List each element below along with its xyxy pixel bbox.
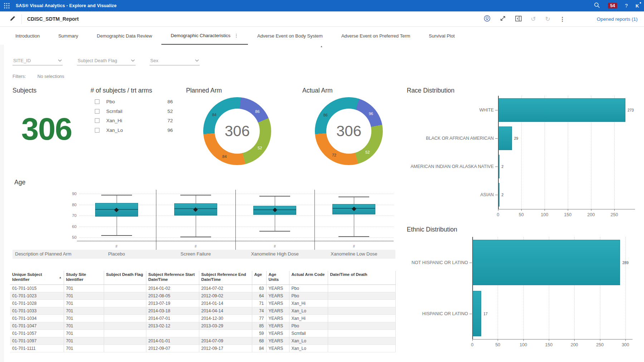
search-icon[interactable] bbox=[594, 2, 600, 10]
table-row[interactable]: 01-701-10347012014-07-012014-12-3077YEAR… bbox=[10, 314, 395, 322]
column-header[interactable]: Actual Arm Code bbox=[289, 271, 328, 284]
notification-badge[interactable]: 54 bbox=[608, 3, 617, 9]
report-playback-icon[interactable] bbox=[484, 15, 491, 23]
tab-introduction[interactable]: Introduction bbox=[6, 27, 49, 45]
bar[interactable] bbox=[498, 183, 499, 207]
donut-segment-label: 86 bbox=[255, 109, 259, 114]
table-cell: 2013-02-12 bbox=[146, 322, 199, 329]
bar[interactable] bbox=[473, 240, 620, 285]
table-cell bbox=[328, 307, 395, 314]
category-tick bbox=[495, 195, 498, 195]
site-id-dropdown[interactable]: SITE_ID bbox=[13, 56, 63, 65]
report-title: CDISC_SDTM_Report bbox=[27, 16, 79, 22]
filters-status: Filters:No selections bbox=[13, 74, 64, 79]
table-cell bbox=[104, 337, 146, 344]
checkbox-xan_lo[interactable] bbox=[95, 128, 99, 133]
bar[interactable] bbox=[498, 155, 499, 178]
trt-arms-panel-title: # of subjects / trt arms bbox=[91, 87, 152, 94]
table-cell: 701 bbox=[64, 307, 104, 314]
table-cell: Pbo bbox=[289, 292, 328, 299]
table-row[interactable]: 01-701-10337012014-03-182014-04-1474YEAR… bbox=[10, 307, 395, 314]
tab-menu-icon[interactable]: ⋮ bbox=[234, 33, 239, 38]
actual-arm-donut[interactable]: 30696527286 bbox=[315, 97, 383, 165]
table-cell: 77 bbox=[252, 314, 266, 322]
column-header[interactable]: Age Units bbox=[266, 271, 289, 284]
maximize-icon[interactable] bbox=[500, 15, 506, 23]
table-row[interactable]: 01-701-11117012012-09-072012-09-1784YEAR… bbox=[10, 344, 395, 352]
table-cell: 2013-07-19 bbox=[146, 299, 199, 307]
planned-arm-donut[interactable]: 30686528484 bbox=[203, 97, 271, 165]
apps-grid-icon[interactable] bbox=[4, 3, 10, 10]
tab-summary[interactable]: Summary bbox=[49, 27, 88, 45]
sas-va-report-page: SAS® Visual Analytics - Explore and Visu… bbox=[0, 0, 644, 362]
gridline bbox=[79, 237, 394, 238]
tab-label: Demographic Characteristics bbox=[171, 33, 230, 38]
table-cell: 84 bbox=[252, 344, 266, 352]
checkbox-xan_hi[interactable] bbox=[95, 118, 99, 123]
table-row[interactable]: 01-701-10477012013-02-122013-03-2985YEAR… bbox=[10, 322, 395, 329]
table-row[interactable]: 01-701-10157012014-01-022014-07-0263YEAR… bbox=[10, 284, 395, 292]
tab-demographic-characteristics[interactable]: Demographic Characteristics⋮ bbox=[161, 27, 248, 45]
bar[interactable] bbox=[473, 291, 481, 336]
toggle-panel-icon[interactable] bbox=[515, 16, 522, 23]
tab-adverse-event-on-preferred-term[interactable]: Adverse Event on Preferred Term bbox=[332, 27, 420, 45]
age-panel-title: Age bbox=[14, 179, 25, 186]
axis-footnote-marker: # bbox=[195, 244, 197, 248]
whisker-cap-high bbox=[180, 195, 211, 195]
subject-death-flag-dropdown[interactable]: Subject Death Flag bbox=[77, 56, 136, 65]
report-tab-bar: IntroductionSummaryDemographic Data Revi… bbox=[0, 27, 644, 45]
gridline bbox=[79, 194, 394, 194]
table-cell: 2014-12-30 bbox=[199, 314, 252, 322]
whisker-cap-low bbox=[180, 237, 211, 237]
bar[interactable] bbox=[498, 98, 625, 122]
tab-adverse-event-on-body-system[interactable]: Adverse Event on Body System bbox=[248, 27, 332, 45]
bar-value-label: 29 bbox=[514, 136, 518, 140]
table-cell: 2014-07-02 bbox=[199, 284, 252, 292]
table-row[interactable]: 01-701-105770159YEARSScrnfail bbox=[10, 329, 395, 337]
subject-data-table[interactable]: Unique SubjectIdentifier▲Study Site Iden… bbox=[10, 271, 395, 352]
more-options-icon[interactable]: ⋮ bbox=[560, 16, 565, 23]
column-header[interactable]: Date/Time of Death bbox=[328, 271, 395, 284]
table-cell bbox=[104, 322, 146, 329]
tab-demographic-data-review[interactable]: Demographic Data Review bbox=[88, 27, 162, 45]
table-cell: YEARS bbox=[266, 299, 289, 307]
table-row[interactable]: 01-701-10977012014-01-012014-07-0968YEAR… bbox=[10, 337, 395, 344]
x-axis-tick-label: 50 bbox=[519, 212, 524, 217]
help-icon[interactable]: ? bbox=[625, 3, 628, 9]
table-cell: YEARS bbox=[266, 344, 289, 352]
sex-dropdown[interactable]: Sex bbox=[150, 56, 200, 65]
ethnic-distribution-title: Ethnic Distribution bbox=[407, 226, 457, 233]
table-cell: 63 bbox=[252, 284, 266, 292]
column-header[interactable]: Subject Reference StartDate/Time bbox=[146, 271, 199, 284]
table-cell bbox=[104, 284, 146, 292]
checkbox-pbo[interactable] bbox=[95, 99, 99, 104]
bar[interactable] bbox=[498, 127, 512, 150]
column-header[interactable]: Unique SubjectIdentifier▲ bbox=[10, 271, 64, 284]
redo-icon: ↻ bbox=[545, 15, 550, 23]
collapse-controls-caret[interactable]: ▲ bbox=[320, 45, 323, 48]
edit-pencil-icon[interactable] bbox=[9, 15, 16, 23]
column-header[interactable]: Subject Death Flag bbox=[104, 271, 146, 284]
table-row[interactable]: 01-701-10287012013-07-192014-01-1471YEAR… bbox=[10, 299, 395, 307]
x-axis-tick-label: 300 bbox=[622, 342, 629, 347]
column-header[interactable]: Subject Reference EndDate/Time bbox=[199, 271, 252, 284]
x-axis-line bbox=[472, 339, 633, 339]
table-cell: Xan_Lo bbox=[289, 337, 328, 344]
table-cell bbox=[104, 299, 146, 307]
user-avatar[interactable]: K bbox=[636, 3, 639, 9]
table-cell: YEARS bbox=[266, 292, 289, 299]
bar-value-label: 2 bbox=[502, 193, 504, 197]
table-cell: 68 bbox=[252, 337, 266, 344]
axis-footnote-marker: # bbox=[116, 244, 118, 248]
x-axis-tick-label: 200 bbox=[571, 342, 578, 347]
checkbox-scrnfail[interactable] bbox=[95, 109, 99, 114]
table-cell: 74 bbox=[252, 307, 266, 314]
column-header[interactable]: Age bbox=[252, 271, 266, 284]
column-header[interactable]: Study Site Identifier bbox=[64, 271, 104, 284]
column-separator bbox=[156, 190, 156, 259]
opened-reports-link[interactable]: Opened reports (1) bbox=[597, 16, 638, 22]
table-cell: 701 bbox=[64, 337, 104, 344]
tab-survival-plot[interactable]: Survival Plot bbox=[420, 27, 464, 45]
table-row[interactable]: 01-701-10237012012-08-052012-09-0264YEAR… bbox=[10, 292, 395, 299]
table-cell: Pbo bbox=[289, 322, 328, 329]
